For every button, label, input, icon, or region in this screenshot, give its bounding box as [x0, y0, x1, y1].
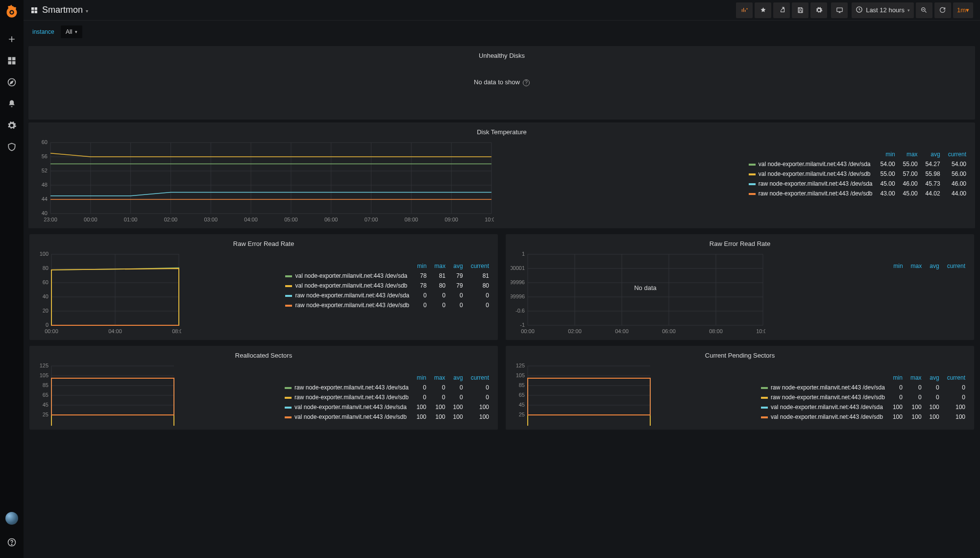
legend-table[interactable]: minmaxavgcurrentval node-exporter.milanv… [749, 139, 970, 224]
svg-text:125: 125 [40, 363, 49, 368]
svg-text:125: 125 [516, 363, 525, 368]
svg-text:85: 85 [43, 382, 49, 388]
bell-icon[interactable] [7, 99, 17, 109]
panel-raw-error-read-rate-1[interactable]: Raw Error Read Rate 02040608010000:0004:… [29, 234, 498, 340]
settings-button[interactable] [810, 2, 827, 18]
legend-row[interactable]: raw node-exporter.milanvit.net:443 /dev/… [761, 392, 969, 402]
svg-text:45: 45 [43, 402, 49, 408]
svg-text:48: 48 [42, 182, 48, 188]
dashboard-grid-icon [30, 6, 38, 14]
svg-text:80: 80 [43, 265, 49, 271]
svg-text:09:00: 09:00 [444, 217, 458, 222]
svg-text:60: 60 [42, 139, 48, 145]
chart-area[interactable]: 25456585105125 [34, 362, 276, 426]
legend-row[interactable]: val node-exporter.milanvit.net:443 /dev/… [749, 159, 970, 169]
plus-icon[interactable] [7, 34, 17, 44]
svg-text:04:00: 04:00 [615, 328, 629, 334]
svg-text:0.6000000000000001: 0.6000000000000001 [511, 265, 525, 271]
svg-text:-1: -1 [520, 322, 525, 328]
view-mode-button[interactable] [831, 2, 848, 18]
legend-row[interactable]: val node-exporter.milanvit.net:443 /dev/… [761, 402, 969, 412]
svg-text:-0.6: -0.6 [515, 308, 525, 314]
variables-bar: instance All▾ [24, 21, 980, 43]
svg-rect-9 [31, 7, 34, 10]
side-nav [0, 0, 24, 558]
chart-area[interactable]: 02040608010000:0004:0008:00 [34, 250, 276, 336]
svg-point-8 [11, 544, 12, 545]
svg-text:02:00: 02:00 [164, 217, 178, 222]
shield-icon[interactable] [7, 142, 17, 152]
svg-text:45: 45 [519, 402, 525, 408]
help-icon[interactable] [7, 537, 17, 547]
legend-table[interactable]: minmaxavgcurrentraw node-exporter.milanv… [761, 362, 969, 426]
svg-text:06:00: 06:00 [662, 328, 676, 334]
svg-rect-5 [12, 61, 16, 65]
svg-text:10:00: 10:00 [756, 328, 765, 334]
legend-row[interactable]: val node-exporter.milanvit.net:443 /dev/… [285, 271, 493, 281]
chart-area[interactable]: 40444852566023:0000:0001:0002:0003:0004:… [33, 139, 740, 224]
grafana-logo-icon[interactable] [5, 5, 19, 19]
svg-text:04:00: 04:00 [108, 328, 122, 334]
share-button[interactable] [773, 2, 790, 18]
refresh-button[interactable] [934, 2, 951, 18]
legend-table[interactable]: minmaxavgcurrentraw node-exporter.milanv… [285, 362, 493, 426]
time-range-picker[interactable]: Last 12 hours▾ [852, 2, 914, 18]
save-button[interactable] [792, 2, 808, 18]
legend-row[interactable]: val node-exporter.milanvit.net:443 /dev/… [285, 412, 493, 422]
gear-icon[interactable] [7, 121, 17, 130]
svg-text:105: 105 [516, 372, 525, 378]
nodata-message: No data to show? [28, 74, 975, 101]
caret-down-icon: ▾ [86, 8, 88, 14]
panel-title: Reallocated Sectors [29, 349, 498, 362]
legend-row[interactable]: val node-exporter.milanvit.net:443 /dev/… [749, 169, 970, 179]
legend-table[interactable]: minmaxavgcurrentval node-exporter.milanv… [285, 250, 493, 336]
add-panel-button[interactable] [736, 2, 753, 18]
panel-reallocated-sectors[interactable]: Reallocated Sectors 25456585105125 minma… [29, 346, 498, 430]
chart-area[interactable]: -1-0.6-0.199999999999999960.199999999999… [511, 250, 873, 336]
svg-text:10:00: 10:00 [485, 217, 494, 222]
panel-title: Raw Error Read Rate [29, 237, 498, 250]
panel-disk-temperature[interactable]: Disk Temperature 40444852566023:0000:000… [28, 122, 975, 228]
legend-row[interactable]: raw node-exporter.milanvit.net:443 /dev/… [749, 179, 970, 189]
svg-text:00:00: 00:00 [84, 217, 98, 222]
legend-row[interactable]: val node-exporter.milanvit.net:443 /dev/… [761, 412, 969, 422]
legend-row[interactable]: val node-exporter.milanvit.net:443 /dev/… [285, 402, 493, 412]
user-avatar[interactable] [5, 512, 18, 525]
legend-row[interactable]: raw node-exporter.milanvit.net:443 /dev/… [761, 383, 969, 392]
zoom-out-button[interactable] [916, 2, 932, 18]
caret-down-icon: ▾ [907, 8, 910, 13]
variable-instance-dropdown[interactable]: All▾ [61, 25, 82, 38]
refresh-interval-picker[interactable]: 1m ▾ [953, 2, 973, 18]
panel-raw-error-read-rate-2[interactable]: Raw Error Read Rate -1-0.6-0.19999999999… [506, 234, 974, 340]
legend-row[interactable]: val node-exporter.milanvit.net:443 /dev/… [285, 281, 493, 291]
panel-title: Raw Error Read Rate [506, 237, 974, 250]
svg-text:-0.19999999999999996: -0.19999999999999996 [511, 293, 525, 299]
panel-title: Unhealthy Disks [28, 49, 975, 62]
svg-text:25: 25 [519, 412, 525, 417]
legend-row[interactable]: raw node-exporter.milanvit.net:443 /dev/… [285, 383, 493, 392]
svg-text:02:00: 02:00 [568, 328, 582, 334]
svg-text:00:00: 00:00 [521, 328, 535, 334]
chart-area[interactable]: 25456585105125 [511, 362, 752, 426]
dashboards-icon[interactable] [7, 56, 17, 66]
svg-text:65: 65 [43, 392, 49, 398]
legend-row[interactable]: raw node-exporter.milanvit.net:443 /dev/… [285, 291, 493, 300]
star-button[interactable] [755, 2, 771, 18]
explore-icon[interactable] [7, 77, 17, 87]
help-icon[interactable]: ? [523, 79, 530, 86]
svg-text:06:00: 06:00 [324, 217, 338, 222]
legend-row[interactable]: raw node-exporter.milanvit.net:443 /dev/… [285, 300, 493, 310]
panel-unhealthy-disks[interactable]: Unhealthy Disks No data to show? [28, 46, 975, 120]
svg-rect-11 [31, 10, 34, 13]
svg-text:08:00: 08:00 [172, 328, 181, 334]
legend-table[interactable]: minmaxavgcurrent [882, 250, 969, 336]
panel-title: Disk Temperature [28, 125, 975, 139]
panel-current-pending-sectors[interactable]: Current Pending Sectors 25456585105125 m… [506, 346, 974, 430]
svg-text:105: 105 [40, 372, 49, 378]
legend-row[interactable]: raw node-exporter.milanvit.net:443 /dev/… [285, 392, 493, 402]
svg-point-1 [11, 11, 13, 14]
legend-row[interactable]: raw node-exporter.milanvit.net:443 /dev/… [749, 189, 970, 198]
svg-text:03:00: 03:00 [204, 217, 218, 222]
svg-rect-12 [35, 10, 37, 13]
dashboard-title[interactable]: Smartmon▾ [42, 5, 88, 15]
